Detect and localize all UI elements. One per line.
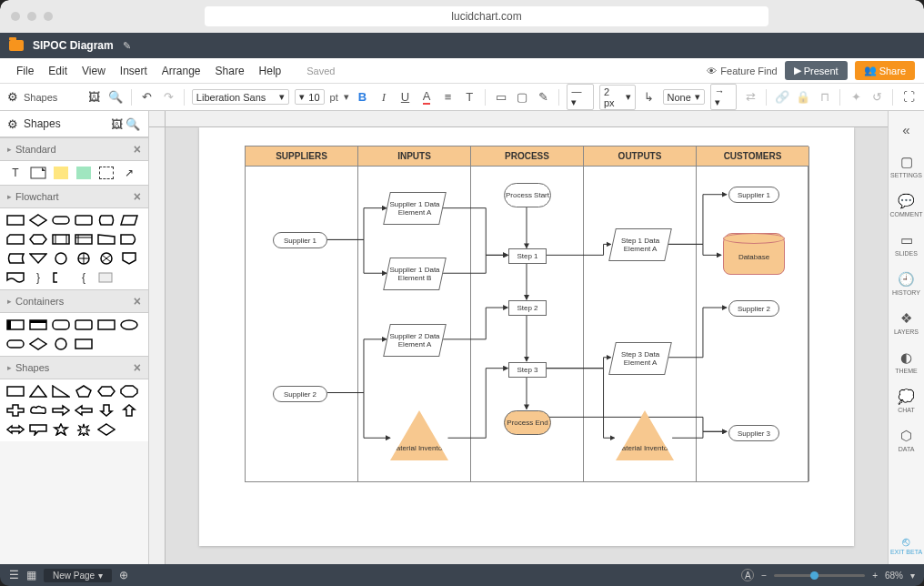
menu-view[interactable]: View <box>75 65 113 77</box>
text-icon[interactable]: T <box>461 89 477 106</box>
rp-slides[interactable]: ▭SLIDES <box>889 225 924 264</box>
sh-uarr[interactable] <box>119 402 139 419</box>
text-shape[interactable]: T <box>5 165 25 181</box>
arrow-style-select[interactable]: → ▾ <box>710 84 738 110</box>
fullscreen-icon[interactable]: ⛶ <box>900 89 917 106</box>
fc-internal[interactable] <box>74 231 94 248</box>
border-icon[interactable]: ▢ <box>514 89 530 106</box>
fc-storage[interactable] <box>5 250 25 267</box>
font-color-icon[interactable]: A <box>418 89 435 106</box>
edit-title-icon[interactable]: ✎ <box>123 40 131 52</box>
menu-insert[interactable]: Insert <box>113 65 155 77</box>
canvas[interactable]: SUPPLIERS INPUTS PROCESS OUTPUTS CUSTOME… <box>166 127 888 564</box>
list-view-icon[interactable]: ☰ <box>9 569 19 581</box>
line-fill-select[interactable]: None ▾ <box>663 89 705 105</box>
traffic-light-max[interactable] <box>44 12 53 21</box>
sh-cross[interactable] <box>5 402 25 419</box>
sticky-green[interactable] <box>74 165 94 181</box>
fc-rect[interactable] <box>5 212 25 228</box>
present-button[interactable]: ▶ Present <box>785 61 848 80</box>
arrow-shape[interactable]: ↗ <box>119 165 139 181</box>
gear-icon[interactable]: ⚙ <box>7 90 18 104</box>
ct-3[interactable] <box>51 317 71 333</box>
note-shape[interactable] <box>28 165 48 181</box>
rp-data[interactable]: ⬡DATA <box>889 420 924 460</box>
feature-find[interactable]: 👁 Feature Find <box>707 66 777 76</box>
fc-rounded[interactable] <box>74 212 94 228</box>
panel-search-icon[interactable]: 🔍 <box>125 116 141 132</box>
hotspot-shape[interactable] <box>96 165 116 181</box>
sh-rarr[interactable] <box>51 402 71 419</box>
add-page-icon[interactable]: ⊕ <box>119 569 128 581</box>
doc-title[interactable]: SIPOC Diagram <box>33 39 114 52</box>
font-size-select[interactable]: ▾ 10 <box>295 89 324 105</box>
node-s1dataB[interactable]: Supplier 1 Data Element B <box>383 258 447 290</box>
link-icon[interactable]: 🔗 <box>774 89 790 106</box>
sh-oct[interactable] <box>119 383 139 399</box>
undo-icon[interactable]: ↶ <box>139 89 156 106</box>
line-ops-icon[interactable]: ⇄ <box>742 89 758 106</box>
zoom-slider[interactable] <box>774 574 865 577</box>
italic-icon[interactable]: I <box>376 89 392 106</box>
node-step2[interactable]: Step 2 <box>508 300 547 316</box>
group-shapes[interactable]: Shapes× <box>0 356 148 379</box>
ct-2[interactable] <box>28 317 48 333</box>
node-cust2[interactable]: Supplier 2 <box>728 300 779 317</box>
hdr-process[interactable]: PROCESS <box>471 146 583 167</box>
zoom-thumb[interactable] <box>810 571 819 580</box>
ct-5[interactable] <box>96 317 116 333</box>
zoom-out-icon[interactable]: − <box>761 571 767 581</box>
close-icon[interactable]: × <box>134 294 141 308</box>
group-standard[interactable]: Standard× <box>0 137 148 161</box>
sh-pent[interactable] <box>74 383 94 399</box>
shapes-label[interactable]: Shapes <box>24 92 57 103</box>
node-database[interactable]: Database <box>723 233 785 275</box>
align-icon[interactable]: ≡ <box>440 89 457 106</box>
fc-para[interactable] <box>119 212 139 228</box>
node-supplier2[interactable]: Supplier 2 <box>273 386 327 402</box>
fc-merge[interactable] <box>28 250 48 267</box>
bold-icon[interactable]: B <box>355 89 371 106</box>
menu-file[interactable]: File <box>9 65 41 77</box>
sh-star2[interactable] <box>74 421 94 438</box>
redo-icon[interactable]: ↷ <box>160 89 176 106</box>
image-icon[interactable]: 🖼 <box>86 89 103 106</box>
fc-connector[interactable] <box>51 250 71 267</box>
lock-icon[interactable]: 🔒 <box>795 89 811 106</box>
grid-view-icon[interactable]: ▦ <box>26 569 36 581</box>
menu-arrange[interactable]: Arrange <box>155 65 208 77</box>
underline-icon[interactable]: U <box>397 89 414 106</box>
zoom-value[interactable]: 68% <box>885 571 903 581</box>
zoom-in-icon[interactable]: + <box>872 571 878 581</box>
traffic-light-close[interactable] <box>11 12 20 21</box>
magnet-icon[interactable]: ⊓ <box>817 89 833 106</box>
node-out-step3[interactable]: Step 3 Data Element A <box>608 342 672 375</box>
fc-sum[interactable] <box>96 250 116 267</box>
ct-7[interactable] <box>5 336 25 352</box>
fc-display[interactable] <box>96 212 116 228</box>
node-step1[interactable]: Step 1 <box>508 248 547 264</box>
fc-diamond[interactable] <box>28 212 48 228</box>
paint-icon[interactable]: ✦ <box>848 89 864 106</box>
panel-gear-icon[interactable]: ⚙ <box>7 117 18 131</box>
sh-tri[interactable] <box>28 383 48 399</box>
group-flowchart[interactable]: Flowchart× <box>0 185 148 208</box>
sh-hex[interactable] <box>96 383 116 399</box>
sticky-yellow[interactable] <box>51 165 71 181</box>
sh-rtri[interactable] <box>51 383 71 399</box>
group-containers[interactable]: Containers× <box>0 289 148 313</box>
fc-lbrace[interactable]: { <box>74 269 94 286</box>
autosave-icon[interactable]: A <box>741 569 754 581</box>
rp-theme[interactable]: ◐THEME <box>889 342 924 381</box>
fc-pill[interactable] <box>51 212 71 228</box>
ct-10[interactable] <box>74 336 94 352</box>
node-step3[interactable]: Step 3 <box>508 362 547 378</box>
traffic-light-min[interactable] <box>27 12 36 21</box>
ct-6[interactable] <box>119 317 139 333</box>
hdr-outputs[interactable]: OUTPUTS <box>584 146 696 167</box>
url-bar[interactable]: lucidchart.com <box>205 6 768 26</box>
node-supplier1[interactable]: Supplier 1 <box>273 232 327 248</box>
fc-doc[interactable] <box>5 269 25 286</box>
search-icon[interactable]: 🔍 <box>107 89 124 106</box>
fc-offpage[interactable] <box>119 250 139 267</box>
